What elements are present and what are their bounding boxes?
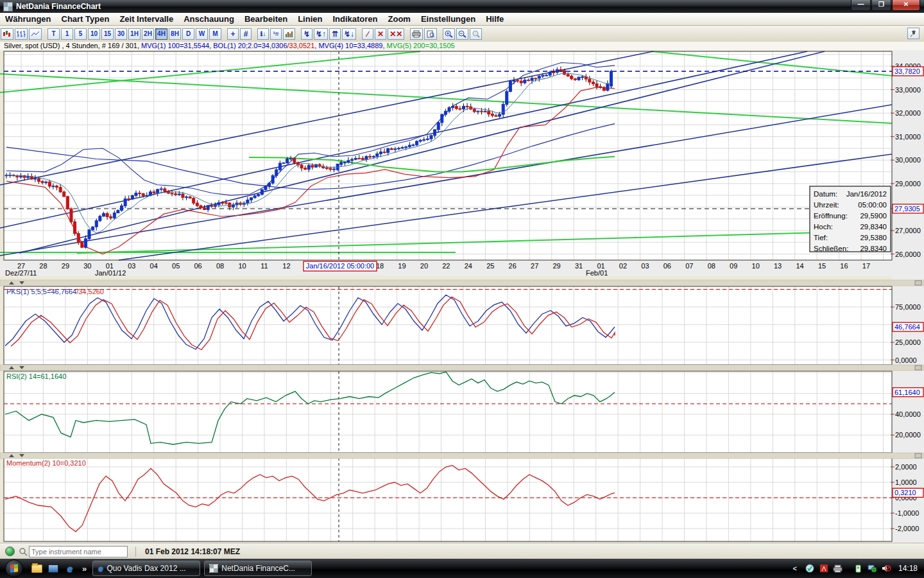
delete-line-button[interactable]: ∕	[362, 28, 373, 40]
bar-chart-button[interactable]	[15, 28, 28, 40]
chart-area[interactable]: Datum:Jan/16/2012Uhrzeit:05:00:00Eröffnu…	[0, 50, 924, 543]
menu-item-linien[interactable]: Linien	[293, 14, 327, 24]
trendline-button[interactable]: ↯	[301, 28, 312, 40]
svg-text:13: 13	[774, 262, 782, 270]
svg-text:07: 07	[685, 262, 693, 270]
svg-text:1,0000: 1,0000	[895, 478, 917, 486]
svg-text:26: 26	[509, 262, 517, 270]
interval-button-8h[interactable]: 8H	[169, 28, 181, 40]
interval-button-m[interactable]: M	[209, 28, 221, 40]
svg-text:11: 11	[261, 262, 268, 270]
svg-text:Uhrzeit:: Uhrzeit:	[814, 201, 839, 209]
minimize-button[interactable]: —	[851, 0, 871, 11]
svg-text:Jan/16/2012 05:00:00: Jan/16/2012 05:00:00	[306, 262, 374, 270]
panel-main[interactable]	[4, 51, 892, 260]
interval-button-30[interactable]: 30	[115, 28, 127, 40]
splitter-3[interactable]	[0, 453, 924, 459]
quicklaunch-folder[interactable]	[30, 562, 43, 575]
info-icon: ℹ↓	[261, 30, 266, 38]
tray-app-icon-blue[interactable]	[805, 563, 815, 574]
zoom-region-button[interactable]	[470, 28, 482, 40]
quicklaunch-overflow-chevron[interactable]: »	[82, 564, 87, 574]
svg-text:Datum:: Datum:	[814, 190, 837, 198]
menu-item-währungen[interactable]: Währungen	[0, 14, 56, 24]
svg-text:Dez/27/11: Dez/27/11	[5, 269, 37, 277]
quicklaunch-ie[interactable]: e	[64, 562, 76, 575]
svg-text:Hoch:: Hoch:	[814, 223, 833, 231]
data-list-button[interactable]: ¹≡	[270, 28, 282, 40]
interval-button-10[interactable]: 10	[88, 28, 100, 40]
delete-all-icon: ✕✕	[389, 30, 402, 38]
interval-button-d[interactable]: D	[182, 28, 194, 40]
svg-text:06: 06	[663, 262, 671, 270]
svg-text:27,9305: 27,9305	[894, 205, 920, 213]
pks-value-box: 46,7664	[893, 322, 923, 331]
menu-item-indikatoren[interactable]: Indikatoren	[327, 14, 382, 24]
start-button[interactable]	[5, 559, 23, 577]
line-chart-icon	[31, 30, 40, 38]
panel-rsi[interactable]	[4, 371, 892, 453]
tray-app-icon-red[interactable]	[819, 563, 829, 574]
menu-item-chart-typen[interactable]: Chart Typen	[56, 14, 115, 24]
splitter-1[interactable]	[0, 280, 924, 286]
menu-item-hilfe[interactable]: Hilfe	[481, 14, 509, 24]
tray-power-icon[interactable]	[853, 563, 864, 574]
interval-button-1h[interactable]: 1H	[128, 28, 141, 40]
svg-text:31: 31	[575, 262, 583, 270]
svg-text:75,0000: 75,0000	[895, 303, 921, 311]
menu-item-zeit-intervalle[interactable]: Zeit Intervalle	[114, 14, 178, 24]
delete-all-button[interactable]: ✕✕	[388, 28, 404, 40]
svg-text:17: 17	[862, 262, 870, 270]
volume-button[interactable]	[283, 28, 295, 40]
channel-button[interactable]: ⇈	[329, 28, 341, 40]
svg-text:29,8340: 29,8340	[860, 223, 887, 231]
chart-header-segment-5: MVG(5) 200=30,1505	[387, 42, 455, 49]
menu-bar: WährungenChart TypenZeit IntervalleAnsch…	[0, 13, 924, 26]
close-button[interactable]: ✕	[892, 0, 920, 11]
candlestick-chart-button[interactable]	[1, 28, 13, 40]
svg-text:25,0000: 25,0000	[895, 338, 921, 346]
interval-button-4h[interactable]: 4H	[155, 28, 167, 40]
interval-button-1[interactable]: 1	[61, 28, 73, 40]
menu-item-anschauung[interactable]: Anschauung	[178, 14, 239, 24]
tray-expand-chevron[interactable]: <	[793, 565, 797, 572]
svg-text:15: 15	[818, 262, 826, 270]
interval-button-15[interactable]: 15	[101, 28, 114, 40]
trendline-down-button[interactable]: ↯↓	[342, 28, 356, 40]
quicklaunch-desktop[interactable]	[47, 562, 60, 575]
interval-button-t[interactable]: T	[47, 28, 60, 40]
folder-icon	[31, 565, 42, 573]
zoom-in-button[interactable]	[443, 28, 455, 40]
grid-tool-button[interactable]: #	[240, 28, 252, 40]
print-preview-button[interactable]	[424, 28, 437, 40]
line-chart-button[interactable]	[29, 28, 42, 40]
tray-volume-muted-icon[interactable]	[882, 563, 892, 574]
taskbar-button-netdania[interactable]: NetDania FinanceC...	[204, 561, 312, 576]
crosshair-tool-button[interactable]: +	[227, 28, 239, 40]
menu-item-zoom[interactable]: Zoom	[383, 14, 416, 24]
trendline-up-button[interactable]: ↯↑	[314, 28, 328, 40]
connection-status-led	[5, 547, 15, 556]
pin-panel-button[interactable]	[907, 28, 920, 39]
tray-printer-icon[interactable]	[833, 563, 843, 574]
splitter-2[interactable]	[0, 365, 924, 371]
zoom-out-button[interactable]	[456, 28, 468, 40]
interval-button-5[interactable]: 5	[74, 28, 87, 40]
chart-canvas[interactable]: Datum:Jan/16/2012Uhrzeit:05:00:00Eröffnu…	[0, 50, 924, 543]
menu-item-einstellungen[interactable]: Einstellungen	[416, 14, 481, 24]
current-price-box: 33,7820	[893, 67, 923, 76]
menu-item-bearbeiten[interactable]: Bearbeiten	[239, 14, 293, 24]
delete-selected-button[interactable]: ✕	[375, 28, 386, 40]
taskbar-button-browser[interactable]: e Quo Vadis Dax 2012 ...	[92, 561, 200, 576]
system-tray: < 14:18	[789, 563, 924, 574]
info-tool-button[interactable]: ℹ↓	[257, 28, 269, 40]
tray-network-icon[interactable]	[868, 563, 878, 574]
svg-text:03: 03	[128, 262, 135, 270]
maximize-button[interactable]: ❐	[871, 0, 891, 11]
interval-button-w[interactable]: W	[196, 28, 208, 40]
instrument-search-input[interactable]	[29, 546, 128, 557]
panel-pks[interactable]	[4, 286, 892, 365]
print-button[interactable]	[410, 28, 423, 40]
interval-button-2h[interactable]: 2H	[142, 28, 154, 40]
channel-icon: ⇈	[332, 30, 338, 38]
